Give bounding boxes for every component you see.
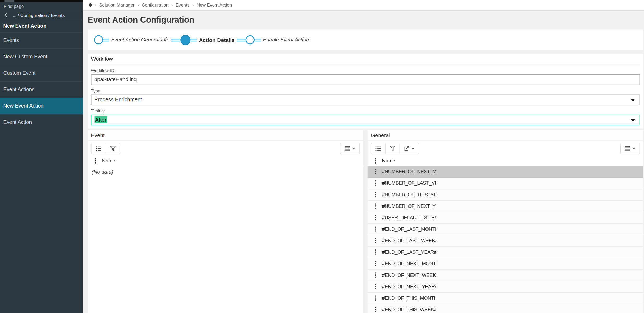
row-kebab-icon[interactable] — [371, 215, 380, 221]
row-kebab-icon[interactable] — [371, 180, 380, 186]
stepper-circle-icon[interactable] — [181, 35, 191, 45]
row-kebab-icon[interactable] — [371, 295, 380, 301]
event-toolbar-left-group — [91, 143, 120, 154]
stepper-circle-icon[interactable] — [246, 35, 255, 45]
export-icon — [404, 146, 410, 151]
find-page-row — [0, 2, 83, 11]
header-kebab-icon[interactable] — [91, 158, 100, 164]
table-row[interactable]: #NUMBER_OF_NEXT_YEA — [368, 201, 643, 212]
row-kebab-icon[interactable] — [371, 272, 380, 278]
row-name: #END_OF_NEXT_WEEK# — [382, 272, 436, 278]
row-kebab-icon[interactable] — [371, 192, 380, 197]
row-kebab-icon[interactable] — [371, 238, 380, 243]
breadcrumb-item[interactable]: Events — [176, 3, 189, 8]
row-kebab-icon[interactable] — [371, 203, 380, 209]
breadcrumb-root-icon[interactable] — [89, 3, 92, 7]
row-kebab-icon[interactable] — [371, 249, 380, 255]
sidebar-back-row[interactable]: ... / Configuration / Events — [0, 11, 83, 20]
workflow-id-input[interactable] — [94, 76, 612, 83]
stepper-step-label: Enable Event Action — [263, 37, 309, 43]
sidebar-item[interactable]: Events — [0, 32, 83, 48]
type-value: Process Enrichment — [94, 96, 142, 103]
table-row[interactable]: #END_OF_NEXT_WEEK# — [368, 270, 643, 281]
general-panel-title: General — [368, 130, 643, 141]
table-row[interactable]: #END_OF_THIS_WEEK# — [368, 304, 643, 313]
event-panel: Event — [88, 130, 363, 313]
table-row[interactable]: #END_OF_LAST_WEEK# — [368, 235, 643, 247]
table-row[interactable]: #NUMBER_OF_THIS_YEA — [368, 189, 643, 201]
sidebar-item[interactable]: Custom Event — [0, 65, 83, 81]
sidebar-item-label: Events — [3, 37, 19, 43]
event-column-header[interactable]: Name — [102, 158, 115, 164]
row-kebab-icon[interactable] — [371, 226, 380, 232]
sidebar-item-label: New Event Action — [3, 103, 44, 109]
stepper-circle-icon[interactable] — [94, 35, 103, 45]
filter-button[interactable] — [386, 143, 400, 154]
grid-menu-button[interactable] — [620, 143, 639, 154]
breadcrumb-item[interactable]: Configuration — [142, 3, 169, 8]
general-grid-body: #NUMBER_OF_NEXT_MO #NUMBER_OF_LAST_YEA — [368, 166, 643, 313]
page-content: Event Action Configuration Event Action … — [83, 15, 644, 313]
general-column-header[interactable]: Name — [382, 158, 395, 164]
table-row[interactable]: #END_OF_LAST_YEAR# — [368, 247, 643, 258]
column-chooser-button[interactable] — [371, 143, 386, 154]
breadcrumb-bar: › Solution Manager › Configuration › Eve… — [83, 0, 644, 10]
row-kebab-icon[interactable] — [371, 169, 380, 174]
breadcrumb-chevron-icon: › — [171, 3, 173, 7]
main-area: › Solution Manager › Configuration › Eve… — [83, 0, 644, 313]
table-row[interactable]: #END_OF_THIS_MONTH — [368, 292, 643, 304]
sidebar-item-label: New Custom Event — [3, 54, 47, 60]
row-name: #NUMBER_OF_NEXT_MO — [382, 169, 436, 174]
table-row[interactable]: #NUMBER_OF_LAST_YEA — [368, 178, 643, 189]
breadcrumb-item[interactable]: Solution Manager — [99, 3, 134, 8]
menu-lines-icon — [624, 146, 630, 151]
stepper-step: Enable Event Action — [237, 35, 311, 45]
workflow-id-field — [91, 74, 640, 85]
stepper-connector-stub — [255, 38, 261, 41]
row-kebab-icon[interactable] — [371, 307, 380, 312]
table-row[interactable]: #END_OF_NEXT_MONTH — [368, 258, 643, 270]
row-name: #END_OF_NEXT_MONTH — [382, 261, 436, 266]
back-chevron-icon — [4, 13, 8, 18]
table-row[interactable]: #END_OF_NEXT_YEAR# — [368, 281, 643, 292]
sidebar-item[interactable]: Event Action — [0, 114, 83, 130]
menu-lines-icon — [344, 146, 350, 151]
row-name: #END_OF_LAST_YEAR# — [382, 249, 436, 255]
export-button[interactable] — [400, 143, 419, 154]
table-row[interactable]: #NUMBER_OF_NEXT_MO — [368, 166, 643, 178]
breadcrumb-chevron-icon: › — [95, 3, 96, 7]
stepper-connector — [237, 38, 246, 41]
column-chooser-button[interactable] — [91, 143, 106, 154]
row-name: #END_OF_THIS_MONTH — [382, 295, 436, 301]
row-name: #END_OF_THIS_WEEK# — [382, 307, 436, 312]
sidebar-item-label: Event Action — [3, 120, 32, 125]
table-row[interactable]: #END_OF_LAST_MONTH — [368, 223, 643, 235]
timing-select[interactable]: After — [91, 114, 640, 125]
sidebar-item[interactable]: New Event Action — [0, 97, 83, 114]
general-toolbar-left-group — [371, 143, 419, 154]
row-kebab-icon[interactable] — [371, 284, 380, 289]
find-page-input[interactable] — [4, 4, 73, 9]
table-row[interactable]: #USER_DEFAULT_SITE# — [368, 212, 643, 223]
type-label: Type: — [91, 88, 640, 93]
stepper-step-label: Event Action General Info — [111, 37, 169, 43]
breadcrumb-chevron-icon: › — [192, 3, 194, 7]
breadcrumb-item[interactable]: New Event Action — [197, 3, 232, 8]
stepper-step-label: Action Details — [199, 37, 235, 43]
dropdown-caret-icon — [631, 119, 635, 121]
row-kebab-icon[interactable] — [371, 261, 380, 266]
chevron-down-icon — [352, 147, 355, 149]
row-name: #NUMBER_OF_LAST_YEA — [382, 180, 436, 186]
type-select[interactable]: Process Enrichment — [91, 94, 640, 105]
filter-button[interactable] — [106, 143, 120, 154]
general-toolbar-right-group — [620, 143, 640, 154]
event-panel-title: Event — [88, 130, 363, 141]
event-toolbar — [88, 141, 363, 156]
sidebar-item[interactable]: New Custom Event — [0, 48, 83, 65]
sidebar-item[interactable]: Event Actions — [0, 81, 83, 97]
general-grid-header: Name — [368, 156, 643, 166]
grid-menu-button[interactable] — [340, 143, 360, 154]
general-panel: General — [368, 130, 643, 313]
timing-value: After — [94, 116, 107, 123]
header-kebab-icon[interactable] — [371, 158, 380, 164]
